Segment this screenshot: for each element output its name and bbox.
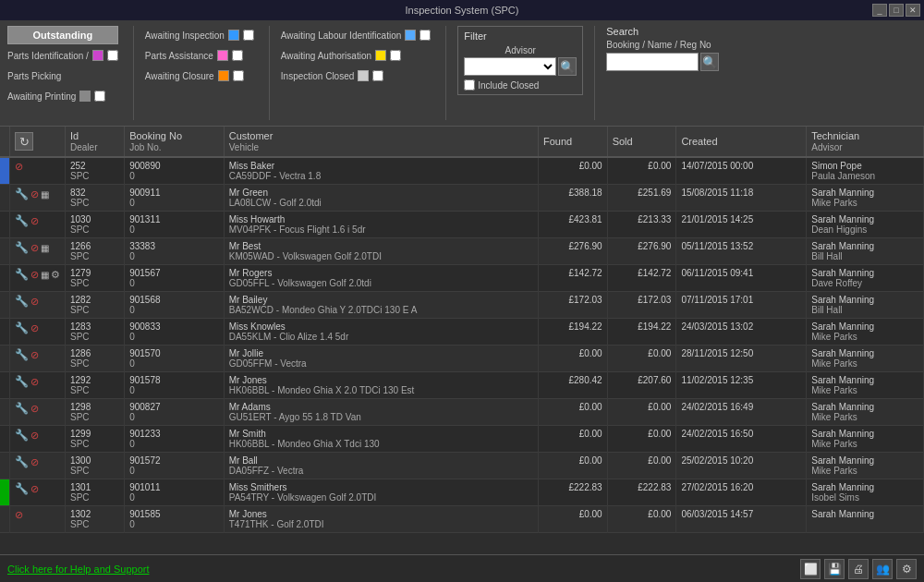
window-controls[interactable]: _ □ ✕ [872,4,920,17]
row-sold: £172.03 [607,292,676,319]
row-job-no: 0 [129,519,219,529]
row-dealer-value: SPC [70,251,119,261]
row-vehicle: T471THK - Golf 2.0TDI [229,519,533,529]
table-row[interactable]: 🔧⊘▦1266SPC333830Mr BestKM05WAD - Volkswa… [0,238,924,265]
close-button[interactable]: ✕ [906,4,920,17]
row-advisor-name: Isobel Sims [811,492,918,503]
row-dealer-value: SPC [70,439,119,449]
minimize-button[interactable]: _ [872,4,887,17]
advisor-search-button[interactable]: 🔍 [558,57,577,76]
row-technician: Sarah ManningMike Parks [807,399,924,426]
table-row[interactable]: 🔧⊘1283SPC9008330Miss KnowlesDA55KLM - Cl… [0,319,924,346]
row-created: 28/11/2015 12:50 [676,346,807,372]
maximize-button[interactable]: □ [889,4,904,17]
table-row[interactable]: 🔧⊘1298SPC9008270Mr AdamsGU51ERT - Aygo 5… [0,399,924,426]
row-booking-no: 901311 [129,214,219,224]
row-booking: 9008330 [125,319,225,346]
table-row[interactable]: 🔧⊘1292SPC9015780Mr JonesHK06BBL - Mondeo… [0,372,924,399]
help-link[interactable]: Click here for Help and Support [7,564,149,575]
row-found: £142.72 [538,265,607,292]
row-found: £0.00 [538,453,607,479]
status-icon-2[interactable]: 💾 [824,559,845,579]
filter-title: Filter [464,30,577,42]
row-dealer-value: SPC [70,412,119,422]
include-closed-checkbox[interactable] [464,79,475,91]
status-icon-3[interactable]: 🖨 [848,559,869,579]
separator-3 [445,26,446,120]
search-input[interactable] [606,53,699,71]
row-advisor-name: Mike Parks [811,358,918,369]
status-icon-4[interactable]: 👥 [872,559,893,579]
outstanding-button[interactable]: Outstanding [7,26,118,44]
awaiting-printing-checkbox[interactable] [94,91,105,102]
row-booking-no: 901568 [129,295,219,305]
row-booking-no: 900890 [129,161,219,171]
table-row[interactable]: ⊘252SPC9008900Miss BakerCA59DDF - Vectra… [0,157,924,185]
col-found: Found [538,127,607,157]
table-row[interactable]: 🔧⊘1299SPC9012330Mr SmithHK06BBL - Mondeo… [0,426,924,453]
row-created: 27/02/2015 16:20 [676,479,807,506]
awaiting-auth-checkbox[interactable] [390,50,401,61]
row-tech-name: Sarah Manning [811,268,918,278]
row-created: 24/02/2015 16:50 [676,426,807,453]
search-button[interactable]: 🔍 [700,53,719,71]
table-row[interactable]: 🔧⊘1301SPC9010110Miss SmithersPA54TRY - V… [0,479,924,506]
awaiting-insp-checkbox[interactable] [243,30,254,41]
row-job-no: 0 [129,385,219,395]
row-customer-name: Mr Jollie [229,348,533,358]
row-vehicle: DA55KLM - Clio Alize 1.4 5dr [229,332,533,342]
table-row[interactable]: ⊘1302SPC9015850Mr JonesT471THK - Golf 2.… [0,506,924,533]
table-row[interactable]: 🔧⊘1030SPC9013110Miss HowarthMV04PFK - Fo… [0,212,924,238]
awaiting-labour-checkbox[interactable] [419,30,431,41]
row-technician: Sarah ManningMike Parks [807,372,924,399]
col-indicator [0,127,10,157]
status-icon-1[interactable]: ⬜ [800,559,821,579]
row-booking-no: 901570 [129,348,219,358]
wrench-icon: 🔧 [15,429,29,442]
awaiting-closure-checkbox[interactable] [233,70,244,81]
row-customer-name: Mr Adams [229,402,533,412]
refresh-button[interactable]: ↻ [15,132,33,151]
row-advisor-name: Mike Parks [811,332,918,342]
wrench-icon: 🔧 [15,348,29,361]
row-booking: 9013110 [125,212,225,238]
status-icons: ⬜ 💾 🖨 👥 ⚙ [800,559,917,579]
row-found: £388.18 [538,185,607,212]
col-technician: TechnicianAdvisor [807,127,924,157]
col-customer: CustomerVehicle [224,127,538,157]
table-row[interactable]: 🔧⊘1300SPC9015720Mr BallDA05FFZ - Vectra£… [0,453,924,479]
awaiting-printing-color [79,91,91,102]
row-advisor-name: Dean Higgins [811,224,918,235]
table-row[interactable]: 🔧⊘1282SPC9015680Mr BaileyBA52WCD - Monde… [0,292,924,319]
parts-assist-checkbox[interactable] [232,50,243,61]
row-sold: £213.33 [607,212,676,238]
row-job-no: 0 [129,358,219,369]
row-found: £0.00 [538,506,607,533]
row-created: 07/11/2015 17:01 [676,292,807,319]
row-tech-name: Sarah Manning [811,241,918,251]
table-row[interactable]: 🔧⊘1286SPC9015700Mr JollieGD05FFM - Vectr… [0,346,924,372]
row-id-value: 1299 [70,429,119,439]
row-technician: Sarah ManningDean Higgins [807,212,924,238]
row-id: 832SPC [66,185,125,212]
advisor-select[interactable] [464,57,556,76]
row-tech-name: Sarah Manning [811,375,918,385]
awaiting-closure-filter: Awaiting Closure [145,67,254,85]
row-id-value: 1266 [70,241,119,251]
parts-id-filter: Parts Identification / [7,46,118,65]
row-created: 21/01/2015 14:25 [676,212,807,238]
row-advisor-name: Bill Hall [811,251,918,261]
row-technician: Sarah Manning [807,506,924,533]
row-customer-name: Mr Rogers [229,268,533,278]
status-icon-5[interactable]: ⚙ [896,559,917,579]
row-job-no: 0 [129,305,219,315]
row-booking: 9015670 [125,265,225,292]
circle-icon: ⊘ [15,161,23,172]
table-row[interactable]: 🔧⊘▦832SPC9009110Mr GreenLA08LCW - Golf 2… [0,185,924,212]
row-icons: 🔧⊘ [10,319,66,346]
parts-id-checkbox[interactable] [107,50,118,61]
table-row[interactable]: 🔧⊘▦⚙1279SPC9015670Mr RogersGD05FFL - Vol… [0,265,924,292]
inspection-closed-checkbox[interactable] [372,70,383,81]
row-customer: Mr SmithHK06BBL - Mondeo Ghia X Tdci 130 [224,426,538,453]
row-customer: Mr BallDA05FFZ - Vectra [224,453,538,479]
